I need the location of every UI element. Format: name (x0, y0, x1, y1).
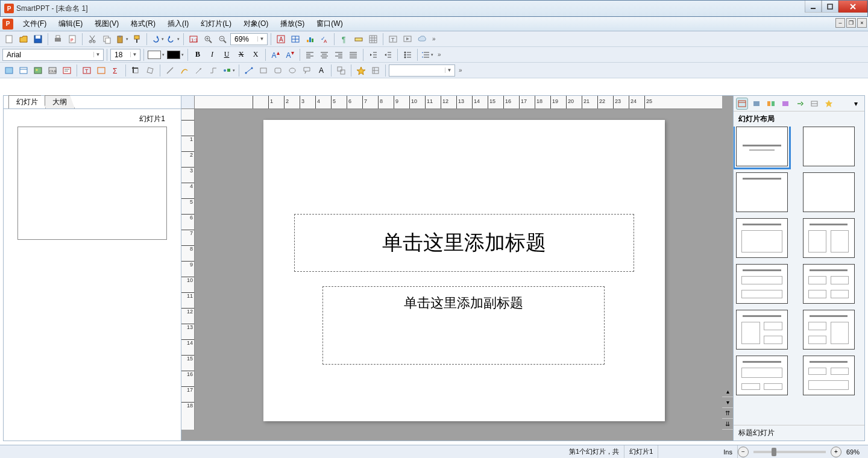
ruler-horizontal[interactable]: 1234567891011121314151617181920212223242… (195, 96, 722, 109)
prev-slide-button[interactable]: ▴ (722, 386, 733, 397)
save-button[interactable] (31, 33, 45, 46)
minimize-button[interactable] (805, 1, 822, 13)
zoom-slider[interactable] (753, 451, 826, 453)
task-tab-star[interactable] (823, 98, 835, 110)
rectangle-button[interactable] (257, 64, 270, 77)
slideshow-button[interactable] (401, 33, 414, 46)
layout-blank[interactable] (803, 127, 855, 166)
layout-title-slide[interactable] (736, 127, 788, 166)
zoom-out-status-button[interactable]: − (738, 447, 749, 457)
align-left-button[interactable] (303, 48, 316, 61)
zoom-combo[interactable]: 69%▼ (230, 33, 268, 45)
layout-top-big[interactable] (736, 356, 788, 395)
arrow-tool-button[interactable] (192, 64, 206, 77)
status-insert-mode[interactable]: Ins (719, 445, 738, 458)
ole-button[interactable]: OLE (46, 64, 59, 77)
toolbar-overflow-2[interactable]: » (435, 51, 444, 58)
insert-math-button[interactable]: Σ (109, 64, 122, 77)
slide-thumbnail-1[interactable] (17, 127, 167, 240)
layout-two-content[interactable] (803, 218, 855, 258)
zoom-out-button[interactable] (216, 33, 229, 46)
line-spacing-button[interactable] (421, 48, 434, 61)
task-tab-animation[interactable] (779, 98, 791, 110)
crop-button[interactable] (129, 64, 142, 77)
copy-button[interactable] (100, 33, 113, 46)
strikethrough-button[interactable]: X (234, 48, 248, 61)
tab-slides[interactable]: 幻灯片 (8, 95, 46, 108)
task-tab-design[interactable] (765, 98, 777, 110)
menu-file[interactable]: 文件(F) (17, 17, 52, 31)
cut-button[interactable] (86, 33, 99, 46)
task-tab-master[interactable] (750, 98, 763, 110)
star-button[interactable] (354, 64, 368, 77)
font-combo[interactable]: Arial▼ (2, 49, 104, 61)
slide[interactable]: 单击这里添加标题 单击这里添加副标题 (263, 120, 665, 421)
task-pane-menu[interactable]: ▾ (850, 98, 862, 110)
align-center-button[interactable] (318, 48, 331, 61)
menu-window[interactable]: 窗口(W) (310, 17, 348, 31)
increase-font-button[interactable]: A▴ (269, 48, 282, 61)
layout-button[interactable] (17, 64, 30, 77)
print-button[interactable] (51, 33, 64, 46)
italic-button[interactable]: I (206, 48, 219, 61)
style-combo[interactable]: ▼ (389, 64, 455, 77)
effects-button[interactable] (369, 64, 382, 77)
insert-table-button[interactable] (289, 33, 302, 46)
subtitle-placeholder[interactable]: 单击这里添加副标题 (322, 286, 605, 365)
placeholder-button-1[interactable]: T (386, 33, 400, 46)
textbox-icon-button[interactable] (60, 64, 74, 77)
redo-button[interactable] (166, 33, 180, 46)
align-justify-button[interactable] (347, 48, 360, 61)
task-tab-transition[interactable] (794, 98, 806, 110)
font-size-combo[interactable]: 18▼ (110, 49, 140, 61)
zoom-handle[interactable] (772, 448, 776, 456)
menu-edit[interactable]: 编辑(E) (52, 17, 89, 31)
next-slide-button[interactable]: ▾ (722, 397, 733, 408)
decrease-font-button[interactable]: A▾ (283, 48, 297, 61)
title-placeholder[interactable]: 单击这里添加标题 (294, 214, 634, 272)
font-color-frame-button[interactable]: A (274, 33, 288, 46)
group-button[interactable] (335, 64, 348, 77)
new-button[interactable] (2, 33, 16, 46)
canvas-viewport[interactable]: 单击这里添加标题 单击这里添加副标题 (195, 109, 733, 441)
task-tab-custom[interactable] (808, 98, 820, 110)
rounded-rect-button[interactable] (271, 64, 285, 77)
gridlines-button[interactable] (366, 33, 380, 46)
line-tool-button[interactable] (163, 64, 177, 77)
zoom-in-status-button[interactable]: + (831, 447, 841, 457)
decrease-indent-button[interactable] (366, 48, 380, 61)
ruler-vertical[interactable]: 123456789101112131415161718 (181, 109, 195, 430)
toolbar-overflow[interactable]: » (430, 36, 438, 42)
layout-bottom-big[interactable] (803, 356, 855, 395)
spellcheck-button[interactable]: ✓A (318, 33, 331, 46)
highlight-color-button[interactable] (147, 48, 165, 61)
paste-button[interactable] (115, 33, 129, 46)
ellipse-button[interactable] (286, 64, 299, 77)
prev-page-button[interactable]: ⇈ (722, 408, 733, 419)
actual-size-button[interactable]: 1:1 (187, 33, 200, 46)
menu-format[interactable]: 格式(R) (125, 17, 162, 31)
maximize-button[interactable] (822, 1, 838, 13)
connector-straight-button[interactable] (242, 64, 256, 77)
layout-comparison[interactable] (736, 264, 788, 304)
curve-tool-button[interactable] (178, 64, 191, 77)
insert-textframe-button[interactable]: T (80, 64, 93, 77)
insert-chart-button[interactable] (303, 33, 316, 46)
layout-four-content[interactable] (803, 264, 855, 304)
tab-outline[interactable]: 大纲 (45, 95, 75, 108)
ruler-button[interactable] (352, 33, 365, 46)
close-button[interactable] (838, 1, 867, 13)
paragraph-marks-button[interactable]: ¶ (338, 33, 351, 46)
format-paint-button[interactable] (130, 33, 143, 46)
font-color-button[interactable] (166, 48, 184, 61)
textart-button[interactable]: A (315, 64, 328, 77)
shadow-button[interactable]: X (249, 48, 262, 61)
undo-button[interactable] (150, 33, 165, 46)
mdi-close-button[interactable]: × (857, 18, 867, 28)
callout-button[interactable] (300, 64, 313, 77)
rotate-button[interactable] (143, 64, 157, 77)
bold-button[interactable]: B (191, 48, 204, 61)
insert-frame-button[interactable] (95, 64, 108, 77)
mdi-restore-button[interactable]: ❐ (846, 18, 856, 28)
align-right-button[interactable] (332, 48, 345, 61)
